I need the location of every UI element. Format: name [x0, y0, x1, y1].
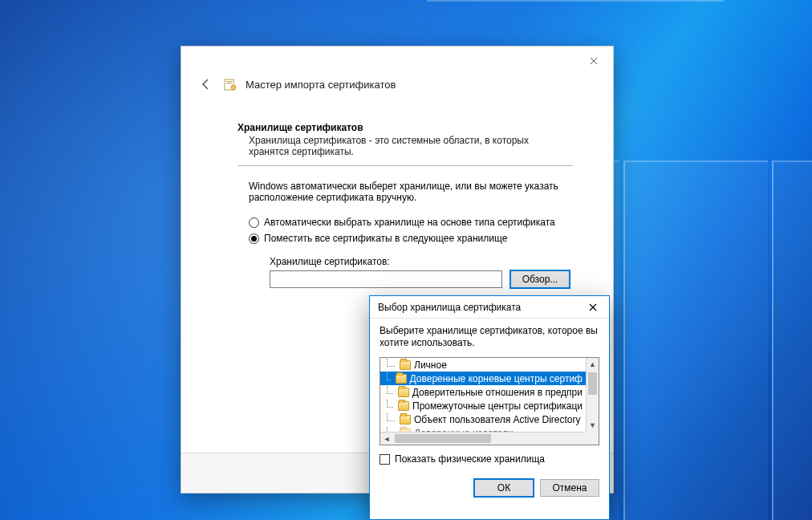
radio-auto-label: Автоматически выбрать хранилище на основ… — [264, 217, 555, 228]
folder-icon — [400, 415, 411, 425]
browse-button[interactable]: Обзор... — [510, 270, 570, 288]
tree-item-intermediate[interactable]: Промежуточные центры сертификаци — [380, 399, 586, 412]
cert-store-tree[interactable]: Личное Доверенные корневые центры сертиф… — [380, 357, 599, 445]
radio-place-all[interactable]: Поместить все сертификаты в следующее хр… — [238, 230, 573, 246]
ok-button[interactable]: ОК — [474, 479, 534, 497]
close-icon — [589, 303, 597, 311]
browse-button-label: Обзор... — [522, 274, 558, 285]
svg-point-3 — [231, 85, 236, 90]
checkbox-icon — [380, 454, 390, 465]
tree-connector-icon — [387, 359, 395, 367]
show-physical-label: Показать физические хранилища — [395, 453, 545, 465]
scroll-left-icon[interactable]: ◄ — [380, 435, 393, 443]
tree-item-label: Объект пользователя Active Directory — [414, 414, 581, 425]
vertical-scrollbar[interactable]: ▲ ▼ — [586, 358, 599, 432]
instruction-text: Windows автоматически выберет хранилище,… — [238, 181, 558, 214]
close-button[interactable] — [584, 51, 603, 71]
tree-item-trusted-root[interactable]: Доверенные корневые центры сертиф — [380, 372, 586, 385]
scroll-down-icon[interactable]: ▼ — [587, 419, 599, 432]
section-title: Хранилище сертификатов — [238, 122, 573, 133]
tree-connector-icon — [387, 400, 393, 408]
dialog-title: Выбор хранилища сертификата — [378, 302, 521, 313]
section-description: Хранилища сертификатов - это системные о… — [238, 133, 558, 164]
horizontal-scrollbar[interactable]: ◄ ► — [380, 432, 599, 445]
scroll-thumb[interactable] — [588, 372, 597, 395]
folder-icon — [398, 401, 409, 411]
desktop-wallpaper: Мастер импорта сертификатов Хранилище се… — [0, 0, 812, 520]
close-icon — [590, 57, 598, 65]
back-button[interactable] — [197, 75, 215, 93]
scroll-up-icon[interactable]: ▲ — [587, 358, 599, 371]
arrow-left-icon — [200, 78, 213, 91]
divider — [238, 165, 573, 166]
tree-item-label: Личное — [414, 360, 447, 371]
show-physical-checkbox[interactable]: Показать физические хранилища — [380, 445, 599, 471]
svg-rect-2 — [226, 83, 232, 83]
certificate-wizard-icon — [223, 77, 238, 91]
tree-connector-icon — [387, 372, 391, 380]
radio-icon — [249, 217, 259, 228]
scroll-thumb[interactable] — [395, 434, 491, 443]
tree-item-trusted-publishers[interactable]: Доверенные издатели — [380, 426, 586, 432]
select-cert-store-dialog: Выбор хранилища сертификата Выберите хра… — [369, 295, 610, 520]
tree-item-enterprise-trust[interactable]: Доверительные отношения в предпри — [380, 385, 586, 399]
dialog-close-button[interactable] — [582, 298, 604, 317]
ok-button-label: ОК — [497, 482, 510, 494]
folder-icon — [400, 360, 411, 370]
dialog-description: Выберите хранилище сертификатов, которое… — [380, 325, 599, 349]
radio-manual-label: Поместить все сертификаты в следующее хр… — [264, 233, 507, 244]
svg-rect-1 — [226, 81, 232, 82]
wizard-title: Мастер импорта сертификатов — [246, 79, 396, 91]
store-field-label: Хранилище сертификатов: — [238, 246, 573, 270]
cert-store-input[interactable] — [270, 270, 502, 288]
folder-icon — [396, 374, 407, 384]
tree-item-label: Доверенные корневые центры сертиф — [410, 373, 583, 384]
tree-connector-icon — [387, 386, 393, 394]
scroll-corner — [586, 432, 599, 445]
radio-icon — [249, 234, 259, 244]
tree-item-label: Промежуточные центры сертификаци — [412, 400, 583, 412]
tree-item-ad-user-object[interactable]: Объект пользователя Active Directory — [380, 412, 586, 426]
cancel-button-label: Отмена — [552, 482, 587, 494]
radio-auto-select[interactable]: Автоматически выбрать хранилище на основ… — [238, 214, 573, 230]
tree-item-personal[interactable]: Личное — [380, 358, 586, 372]
tree-connector-icon — [387, 413, 395, 421]
tree-item-label: Доверительные отношения в предпри — [412, 387, 583, 398]
cancel-button[interactable]: Отмена — [540, 479, 599, 497]
folder-icon — [398, 388, 409, 397]
